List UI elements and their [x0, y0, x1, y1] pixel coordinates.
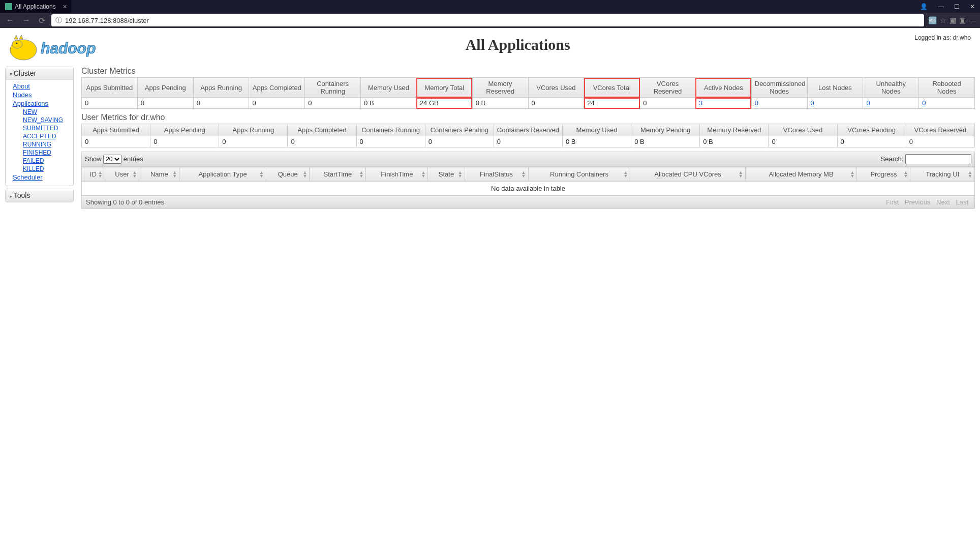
sort-icon: ▲▼ [624, 171, 628, 178]
pager-next[interactable]: Next [934, 198, 952, 206]
sidebar-section-tools[interactable]: Tools [6, 189, 73, 202]
user-metrics-col: Containers Pending [425, 124, 494, 136]
star-icon[interactable]: ☆ [940, 16, 946, 24]
reload-icon[interactable]: ⟳ [37, 15, 47, 26]
favicon-icon [5, 3, 12, 10]
apps-col[interactable]: Progress▲▼ [857, 167, 910, 182]
sidebar-link-applications[interactable]: Applications [13, 99, 69, 108]
user-metrics-col: Apps Submitted [82, 124, 150, 136]
user-metrics-col: Memory Used [562, 124, 631, 136]
user-metrics-col: Apps Completed [288, 124, 356, 136]
cluster-metrics-link[interactable]: 0 [755, 99, 758, 107]
user-metrics-col: Apps Running [219, 124, 288, 136]
search-input[interactable] [905, 154, 971, 164]
sidebar-link-app-failed[interactable]: FAILED [23, 157, 69, 165]
apps-col[interactable]: Allocated CPU VCores▲▼ [630, 167, 745, 182]
cluster-metrics-link[interactable]: 0 [811, 99, 814, 107]
cluster-metrics-col: VCores Reserved [640, 78, 696, 98]
sidebar-link-app-submitted[interactable]: SUBMITTED [23, 124, 69, 132]
apps-col[interactable]: Name▲▼ [139, 167, 179, 182]
cluster-metrics-col: Memory Total [416, 78, 472, 98]
user-icon[interactable]: 👤 [915, 1, 933, 12]
sort-icon: ▲▼ [98, 171, 103, 178]
maximize-icon[interactable]: ☐ [949, 1, 965, 12]
apps-col[interactable]: User▲▼ [105, 167, 139, 182]
sidebar: Cluster About Nodes Applications NEW NEW… [5, 67, 74, 209]
sort-icon: ▲▼ [904, 171, 908, 178]
apps-col[interactable]: StartTime▲▼ [310, 167, 366, 182]
cluster-metrics-link[interactable]: 0 [866, 99, 870, 107]
cluster-metrics-col: Unhealthy Nodes [863, 78, 919, 98]
cluster-metrics-col: Rebooted Nodes [919, 78, 975, 98]
browser-tab[interactable]: All Applications × [0, 0, 71, 13]
cluster-metrics-link[interactable]: 0 [922, 99, 926, 107]
cluster-metrics-link[interactable]: 3 [699, 99, 702, 107]
site-info-icon[interactable]: ⓘ [55, 16, 62, 25]
sidebar-link-app-killed[interactable]: KILLED [23, 165, 69, 173]
url-input[interactable]: ⓘ 192.168.77.128:8088/cluster [51, 14, 924, 26]
apps-col[interactable]: Running Containers▲▼ [528, 167, 630, 182]
cluster-metrics-col: Active Nodes [695, 78, 751, 98]
close-window-icon[interactable]: ✕ [965, 1, 980, 12]
cluster-metrics-cell: 0 [249, 98, 305, 109]
user-metrics-cell: 0 [494, 136, 562, 147]
forward-icon[interactable]: → [20, 15, 33, 26]
apps-col[interactable]: Application Type▲▼ [179, 167, 266, 182]
sort-icon: ▲▼ [968, 171, 972, 178]
tab-title: All Applications [15, 3, 56, 10]
user-metrics-cell: 0 [150, 136, 219, 147]
sidebar-link-app-running[interactable]: RUNNING [23, 140, 69, 149]
cluster-metrics-cell: 24 [584, 98, 640, 109]
cluster-metrics-cell: 0 [751, 98, 807, 109]
apps-col[interactable]: State▲▼ [428, 167, 465, 182]
translate-icon[interactable]: 🔤 [928, 16, 937, 24]
sidebar-link-app-accepted[interactable]: ACCEPTED [23, 132, 69, 140]
extension-icon-2[interactable]: ▣ [959, 16, 966, 24]
cluster-metrics-cell: 0 [863, 98, 919, 109]
sidebar-link-app-finished[interactable]: FINISHED [23, 149, 69, 157]
pager-last[interactable]: Last [954, 198, 970, 206]
sidebar-link-scheduler[interactable]: Scheduler [13, 173, 69, 182]
sort-icon: ▲▼ [259, 171, 264, 178]
table-info: Showing 0 to 0 of 0 entries [86, 198, 164, 206]
extension-icon-3[interactable]: — [969, 16, 976, 24]
extension-icon[interactable]: ▣ [950, 16, 956, 24]
close-tab-icon[interactable]: × [63, 3, 67, 11]
user-metrics-cell: 0 [425, 136, 494, 147]
sidebar-link-nodes[interactable]: Nodes [13, 91, 69, 99]
sidebar-section-cluster[interactable]: Cluster [6, 67, 73, 80]
cluster-metrics-col: VCores Total [584, 78, 640, 98]
sidebar-link-app-new[interactable]: NEW [23, 108, 69, 116]
sort-icon: ▲▼ [133, 171, 137, 178]
apps-col[interactable]: FinalStatus▲▼ [465, 167, 528, 182]
sort-icon: ▲▼ [359, 171, 363, 178]
cluster-metrics-cell: 0 B [472, 98, 528, 109]
apps-col[interactable]: FinishTime▲▼ [366, 167, 428, 182]
cluster-metrics-col: Memory Reserved [472, 78, 528, 98]
cluster-metrics-cell: 0 [807, 98, 863, 109]
user-metrics-col: VCores Used [769, 124, 837, 136]
cluster-metrics-cell: 3 [695, 98, 751, 109]
sidebar-link-about[interactable]: About [13, 82, 69, 91]
apps-col[interactable]: Allocated Memory MB▲▼ [745, 167, 857, 182]
pager-previous[interactable]: Previous [903, 198, 933, 206]
sidebar-link-app-new-saving[interactable]: NEW_SAVING [23, 116, 69, 124]
show-label-pre: Show [85, 155, 102, 163]
page-size-select[interactable]: 20 [103, 155, 121, 164]
user-metrics-col: Apps Pending [150, 124, 219, 136]
cluster-metrics-cell: 0 [640, 98, 696, 109]
apps-col[interactable]: Queue▲▼ [266, 167, 310, 182]
window-controls: 👤 — ☐ ✕ [915, 1, 980, 12]
minimize-icon[interactable]: — [933, 1, 949, 12]
apps-col[interactable]: Tracking UI▲▼ [910, 167, 975, 182]
user-metrics-table: Apps SubmittedApps PendingApps RunningAp… [81, 124, 975, 147]
cluster-metrics-col: Apps Completed [249, 78, 305, 98]
apps-col[interactable]: ID▲▼ [82, 167, 105, 182]
pager-first[interactable]: First [884, 198, 901, 206]
user-metrics-cell: 0 [288, 136, 356, 147]
toolbar-icons: 🔤 ☆ ▣ ▣ — [928, 16, 976, 24]
svg-text:hadoop: hadoop [41, 40, 96, 56]
cluster-metrics-col: Containers Running [305, 78, 361, 98]
cluster-metrics-cell: 0 B [361, 98, 417, 109]
back-icon[interactable]: ← [4, 15, 16, 26]
